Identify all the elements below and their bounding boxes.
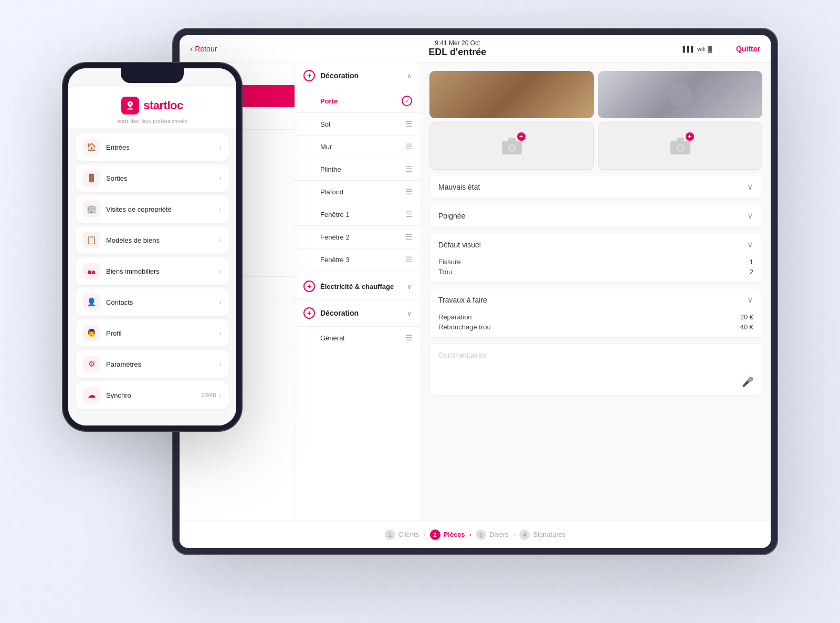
menu-icon-5: 👤: [83, 294, 100, 310]
tablet-stepper: 1 Clients › 2 Pièces › 3 Divers › 4 Sign…: [180, 521, 771, 548]
logo-start: start: [143, 99, 167, 112]
svg-rect-7: [677, 138, 684, 142]
item-sol[interactable]: Sol ☰: [295, 113, 421, 136]
quit-button[interactable]: Quitter: [718, 45, 760, 53]
travaux-reparation: Réparation 20 €: [438, 313, 753, 321]
rebouchage-price: 40 €: [740, 323, 753, 331]
photo-thumb-2[interactable]: [598, 71, 762, 118]
etat-row[interactable]: Mauvais état ∨: [429, 175, 762, 199]
electricite-plus-icon: +: [303, 281, 315, 292]
decoration-plus-icon: +: [303, 70, 315, 81]
step-chevron-1: ›: [423, 531, 425, 538]
photo-add-1[interactable]: +: [429, 122, 594, 170]
travaux-items: Réparation 20 € Rebouchage trou 40 €: [430, 311, 762, 337]
step-3-label: Divers: [489, 531, 509, 538]
defaut-title: Défaut visuel: [438, 241, 481, 249]
step-pieces[interactable]: 2 Pièces: [430, 529, 465, 540]
menu-label-2: Visites de copropriété: [106, 205, 219, 213]
travaux-rebouchage: Rebouchage trou 40 €: [438, 323, 753, 331]
item-plinthe[interactable]: Plinthe ☰: [295, 158, 421, 181]
logo-subtitle: états des lieux professionnels: [68, 119, 236, 128]
menu-chevron-8: ›: [219, 391, 222, 399]
travaux-header[interactable]: Travaux à faire ∨: [430, 288, 762, 311]
photos-grid: + +: [429, 71, 762, 170]
logo-area: startloc: [68, 87, 236, 122]
phone-menu-item-4[interactable]: 🏘 Biens immobiliers ›: [76, 257, 229, 285]
item-porte[interactable]: Porte ✓: [295, 89, 421, 113]
step-chevron-3: ›: [513, 531, 515, 538]
decoration-category-header[interactable]: + Décoration ∧: [295, 63, 421, 89]
travaux-title: Travaux à faire: [438, 296, 487, 304]
phone-menu-item-8[interactable]: ☁ Synchro 23/48 ›: [76, 381, 229, 409]
battery-icon: ▓: [708, 46, 712, 52]
item-plafond[interactable]: Plafond ☰: [295, 181, 421, 203]
item-mur-icon: ☰: [405, 142, 412, 151]
poignee-label: Poignée: [438, 212, 465, 220]
step-4-number: 4: [519, 529, 530, 540]
logo-text: startloc: [143, 99, 183, 112]
menu-chevron-7: ›: [219, 360, 222, 368]
item-porte-label: Porte: [320, 97, 338, 105]
menu-icon-6: 👨: [83, 325, 100, 341]
item-mur[interactable]: Mur ☰: [295, 136, 421, 158]
menu-chevron-2: ›: [219, 205, 222, 213]
item-fenetre1[interactable]: Fenêtre 1 ☰: [295, 203, 421, 226]
travaux-section: Travaux à faire ∨ Réparation 20 € Rebouc…: [429, 288, 762, 338]
item-porte-check: ✓: [402, 96, 412, 106]
trou-label: Trou: [438, 268, 452, 276]
phone-menu-item-6[interactable]: 👨 Profil ›: [76, 319, 229, 347]
item-plafond-icon: ☰: [405, 187, 412, 196]
menu-label-5: Contacts: [106, 298, 219, 306]
menu-label-0: Entrées: [106, 143, 219, 151]
step-divers[interactable]: 3 Divers: [476, 529, 509, 540]
step-chevron-2: ›: [469, 531, 471, 538]
step-3-number: 3: [476, 529, 486, 540]
step-signatures[interactable]: 4 Signatures: [519, 529, 565, 540]
step-2-number: 2: [430, 529, 440, 540]
phone-menu-item-0[interactable]: 🏠 Entrées ›: [76, 133, 229, 161]
phone-menu-item-1[interactable]: 🚪 Sorties ›: [76, 164, 229, 192]
phone-menu-item-3[interactable]: 📋 Modèles de biens ›: [76, 226, 229, 254]
item-fenetre2[interactable]: Fenêtre 2 ☰: [295, 226, 421, 248]
decoration2-category-header[interactable]: + Décoration ∨: [295, 300, 421, 327]
menu-icon-2: 🏢: [83, 201, 100, 217]
back-chevron: ‹: [190, 44, 193, 54]
item-fenetre3[interactable]: Fenêtre 3 ☰: [295, 248, 421, 271]
defaut-trou: Trou 2: [438, 268, 753, 276]
item-plafond-label: Plafond: [320, 188, 343, 196]
back-button[interactable]: ‹ Retour: [190, 44, 232, 54]
photo-add-2[interactable]: +: [598, 122, 762, 170]
menu-label-6: Profil: [106, 329, 219, 337]
poignee-row[interactable]: Poignée ∨: [429, 204, 762, 227]
comments-placeholder: Commentaires: [438, 351, 486, 359]
menu-icon-8: ☁: [83, 387, 100, 403]
menu-chevron-4: ›: [219, 267, 222, 275]
step-2-label: Pièces: [444, 531, 465, 538]
decoration2-plus-icon: +: [303, 307, 315, 319]
phone-menu-item-5[interactable]: 👤 Contacts ›: [76, 288, 229, 316]
defaut-section: Défaut visuel ∨ Fissure 1 Trou 2: [429, 233, 762, 283]
defaut-header[interactable]: Défaut visuel ∨: [430, 233, 762, 256]
photo-thumb-1[interactable]: [429, 71, 594, 118]
step-1-number: 1: [385, 529, 395, 540]
decoration2-label: Décoration: [320, 309, 407, 317]
phone-menu-item-2[interactable]: 🏢 Visites de copropriété ›: [76, 195, 229, 223]
electricite-category-header[interactable]: + Électricité & chauffage ∨: [295, 273, 421, 300]
back-label: Retour: [195, 45, 217, 53]
tablet-screen: ‹ Retour 9:41 Mer 20 Oct EDL d'entrée ▌▌…: [173, 29, 777, 554]
step-clients[interactable]: 1 Clients: [385, 529, 419, 540]
comments-area[interactable]: Commentaires 🎤: [429, 343, 762, 396]
microphone-icon[interactable]: 🎤: [742, 376, 753, 388]
travaux-chevron-icon: ∨: [747, 295, 753, 305]
menu-icon-1: 🚪: [83, 170, 100, 186]
decoration-label: Décoration: [320, 71, 407, 80]
item-fenetre2-label: Fenêtre 2: [320, 233, 350, 241]
wifi-icon: wifi: [697, 46, 706, 52]
menu-chevron-0: ›: [219, 143, 222, 151]
menu-icon-3: 📋: [83, 232, 100, 248]
menu-chevron-5: ›: [219, 298, 222, 306]
phone-menu-item-7[interactable]: ⚙ Paramètres ›: [76, 350, 229, 378]
item-general[interactable]: Général ☰: [295, 327, 421, 349]
svg-point-2: [509, 146, 514, 150]
phone-device: startloc états des lieux professionnels …: [63, 63, 242, 431]
